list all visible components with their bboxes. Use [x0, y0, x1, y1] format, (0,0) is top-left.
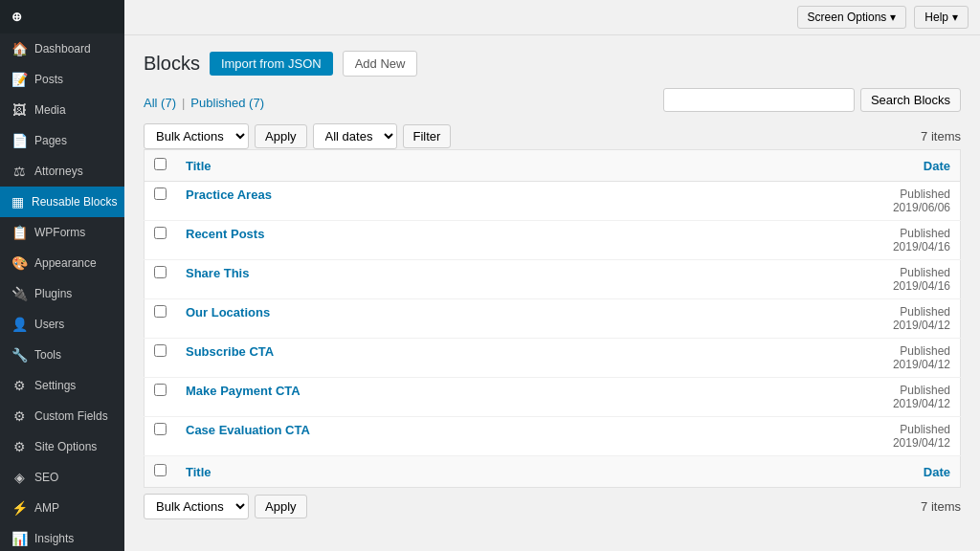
- row-checkbox[interactable]: [154, 423, 167, 435]
- sidebar-item-wpforms[interactable]: 📋WPForms: [0, 217, 124, 248]
- select-all-checkbox[interactable]: [154, 158, 167, 170]
- sidebar-item-custom-fields[interactable]: ⚙Custom Fields: [0, 401, 124, 431]
- row-checkbox[interactable]: [154, 384, 167, 396]
- appearance-icon: 🎨: [11, 255, 27, 271]
- sidebar-item-insights[interactable]: 📊Insights: [0, 523, 124, 551]
- sidebar-item-users[interactable]: 👤Users: [0, 309, 124, 340]
- select-all-footer-checkbox[interactable]: [154, 464, 167, 476]
- filter-links: All (7) | Published (7): [144, 96, 663, 110]
- sidebar-item-pages[interactable]: 📄Pages: [0, 125, 124, 156]
- row-title-cell: Case Evaluation CTA: [176, 417, 686, 456]
- sidebar-item-label: AMP: [34, 501, 59, 515]
- table-row: Our Locations Published 2019/04/12: [145, 299, 961, 339]
- screen-options-button[interactable]: Screen Options ▾: [797, 6, 907, 29]
- sidebar-brand: ⊕: [0, 0, 124, 33]
- insights-icon: 📊: [11, 531, 27, 546]
- sidebar-item-label: Plugins: [34, 287, 72, 300]
- sidebar-item-amp[interactable]: ⚡AMP: [0, 493, 124, 523]
- sidebar-item-label: Site Options: [34, 440, 97, 453]
- plugins-icon: 🔌: [11, 286, 27, 301]
- row-checkbox[interactable]: [154, 266, 167, 278]
- date-footer-header[interactable]: Date: [686, 456, 961, 488]
- filter-published-link[interactable]: Published (7): [190, 96, 264, 110]
- date-column-header[interactable]: Date: [686, 150, 961, 182]
- row-checkbox-cell: [145, 299, 177, 339]
- row-status: Published: [900, 266, 950, 279]
- row-checkbox[interactable]: [154, 227, 167, 239]
- row-checkbox-cell: [145, 182, 177, 221]
- help-button[interactable]: Help ▾: [914, 6, 969, 29]
- item-count-bottom: 7 items: [921, 499, 961, 514]
- chevron-down-icon: ▾: [952, 11, 958, 24]
- sidebar-item-reusable-blocks[interactable]: ▦Reusable Blocks: [0, 187, 124, 217]
- sidebar-item-site-options[interactable]: ⚙Site Options: [0, 431, 124, 462]
- row-title-link[interactable]: Case Evaluation CTA: [186, 423, 310, 437]
- sidebar-item-label: Dashboard: [34, 42, 91, 55]
- sidebar-item-label: Settings: [34, 379, 76, 392]
- row-date: 2019/04/12: [893, 358, 950, 371]
- import-from-json-button[interactable]: Import from JSON: [210, 52, 333, 76]
- row-title-link[interactable]: Recent Posts: [186, 227, 264, 241]
- row-checkbox[interactable]: [154, 187, 167, 200]
- row-status: Published: [900, 187, 950, 201]
- title-column-header[interactable]: Title: [176, 150, 686, 182]
- row-checkbox-cell: [145, 339, 177, 378]
- sidebar-item-plugins[interactable]: 🔌Plugins: [0, 278, 124, 309]
- row-checkbox[interactable]: [154, 305, 167, 318]
- row-date: 2019/04/16: [893, 279, 950, 293]
- row-title-cell: Recent Posts: [176, 221, 686, 260]
- sidebar-item-label: Custom Fields: [34, 409, 108, 423]
- sidebar-item-label: Appearance: [34, 256, 97, 270]
- item-count-top: 7 items: [921, 129, 961, 143]
- filter-all-link[interactable]: All (7): [144, 96, 176, 110]
- row-checkbox-cell: [145, 221, 177, 260]
- sidebar-item-appearance[interactable]: 🎨Appearance: [0, 248, 124, 278]
- sidebar-item-label: Pages: [34, 134, 67, 147]
- table-row: Share This Published 2019/04/16: [145, 260, 961, 299]
- bulk-actions-bottom-select[interactable]: Bulk Actions: [144, 494, 249, 519]
- apply-top-button[interactable]: Apply: [255, 124, 307, 148]
- sidebar-item-settings[interactable]: ⚙Settings: [0, 370, 124, 401]
- date-filter-select[interactable]: All dates: [313, 123, 397, 149]
- sidebar-item-label: WPForms: [34, 226, 85, 239]
- row-checkbox[interactable]: [154, 344, 167, 357]
- bulk-top-bar: Bulk Actions Apply All dates Filter 7 it…: [144, 123, 961, 149]
- sidebar-item-seo[interactable]: ◈SEO: [0, 462, 124, 493]
- sidebar-item-posts[interactable]: 📝Posts: [0, 64, 124, 95]
- row-title-cell: Subscribe CTA: [176, 339, 686, 378]
- page-title: Blocks: [144, 53, 200, 75]
- row-title-link[interactable]: Subscribe CTA: [186, 344, 274, 359]
- main-content: Screen Options ▾ Help ▾ Blocks Import fr…: [124, 0, 980, 551]
- wpforms-icon: 📋: [11, 225, 27, 240]
- search-blocks-button[interactable]: Search Blocks: [860, 88, 961, 112]
- row-date: 2019/04/12: [893, 397, 950, 410]
- sidebar-item-media[interactable]: 🖼Media: [0, 95, 124, 125]
- sidebar-item-dashboard[interactable]: 🏠Dashboard: [0, 33, 124, 64]
- row-date-cell: Published 2019/04/12: [686, 378, 961, 417]
- row-title-link[interactable]: Practice Areas: [186, 187, 272, 202]
- row-date-cell: Published 2019/04/12: [686, 299, 961, 339]
- table-row: Make Payment CTA Published 2019/04/12: [145, 378, 961, 417]
- apply-bottom-button[interactable]: Apply: [255, 495, 307, 518]
- row-title-cell: Our Locations: [176, 299, 686, 339]
- amp-icon: ⚡: [11, 500, 27, 516]
- sidebar-item-label: Posts: [34, 73, 63, 86]
- table-row: Case Evaluation CTA Published 2019/04/12: [145, 417, 961, 456]
- tools-icon: 🔧: [11, 347, 27, 363]
- search-input[interactable]: [663, 88, 855, 112]
- filter-button[interactable]: Filter: [403, 124, 452, 148]
- content-area: Blocks Import from JSON Add New All (7) …: [124, 35, 980, 551]
- add-new-button[interactable]: Add New: [343, 51, 418, 77]
- filter-separator: |: [182, 96, 185, 110]
- bulk-actions-top-select[interactable]: Bulk Actions: [144, 123, 249, 149]
- sidebar-item-label: Attorneys: [34, 165, 83, 178]
- row-title-link[interactable]: Our Locations: [186, 305, 270, 320]
- sidebar-item-label: Tools: [34, 348, 61, 362]
- sidebar-item-tools[interactable]: 🔧Tools: [0, 340, 124, 370]
- row-title-link[interactable]: Make Payment CTA: [186, 384, 301, 398]
- row-checkbox-cell: [145, 260, 177, 299]
- row-title-link[interactable]: Share This: [186, 266, 249, 280]
- sidebar-item-attorneys[interactable]: ⚖Attorneys: [0, 156, 124, 187]
- title-footer-header[interactable]: Title: [176, 456, 686, 488]
- row-date-cell: Published 2019/06/06: [686, 182, 961, 221]
